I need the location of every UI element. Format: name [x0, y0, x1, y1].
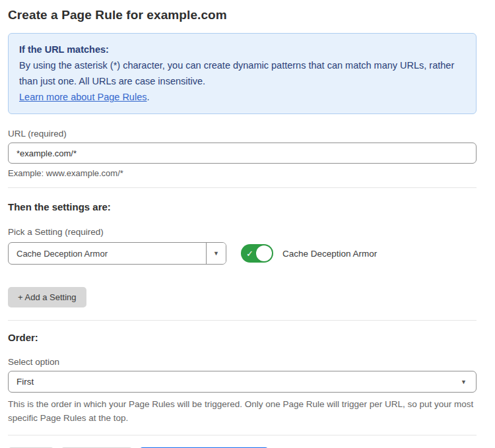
link-period: .: [147, 92, 149, 102]
setting-select-value: Cache Deception Armor: [9, 243, 206, 264]
toggle-knob: [256, 245, 272, 261]
info-box-heading: If the URL matches:: [19, 42, 465, 57]
chevron-down-icon: ▼: [213, 250, 219, 257]
url-example-hint: Example: www.example.com/*: [8, 168, 477, 178]
info-box-body: By using the asterisk (*) character, you…: [19, 57, 465, 89]
setting-row: Cache Deception Armor ▼ ✓ Cache Deceptio…: [8, 242, 477, 265]
chevron-down-icon: ▼: [461, 379, 467, 385]
settings-section-heading: Then the settings are:: [8, 201, 477, 212]
url-matches-info-box: If the URL matches: By using the asteris…: [8, 33, 477, 114]
order-select-value: First: [16, 377, 34, 387]
order-section-heading: Order:: [8, 332, 477, 343]
order-help-text: This is the order in which your Page Rul…: [8, 398, 477, 426]
toggle-setting-label: Cache Deception Armor: [282, 249, 377, 259]
setting-toggle-group: ✓ Cache Deception Armor: [241, 244, 377, 263]
divider: [8, 435, 477, 435]
order-select-label: Select option: [8, 357, 477, 367]
checkmark-icon: ✓: [246, 249, 253, 258]
setting-select-arrow-button[interactable]: ▼: [206, 243, 226, 264]
setting-select[interactable]: Cache Deception Armor ▼: [8, 242, 226, 265]
add-setting-button[interactable]: + Add a Setting: [8, 287, 86, 307]
pick-setting-label: Pick a Setting (required): [8, 227, 477, 237]
divider: [8, 187, 477, 188]
order-select[interactable]: First ▼: [8, 371, 477, 393]
info-box-link-line: Learn more about Page Rules.: [19, 89, 465, 105]
page-title: Create a Page Rule for example.com: [8, 8, 477, 22]
learn-more-link[interactable]: Learn more about Page Rules: [19, 92, 147, 102]
url-input[interactable]: [8, 143, 477, 164]
url-field-label: URL (required): [8, 129, 477, 139]
setting-toggle[interactable]: ✓: [241, 244, 273, 263]
divider: [8, 320, 477, 321]
